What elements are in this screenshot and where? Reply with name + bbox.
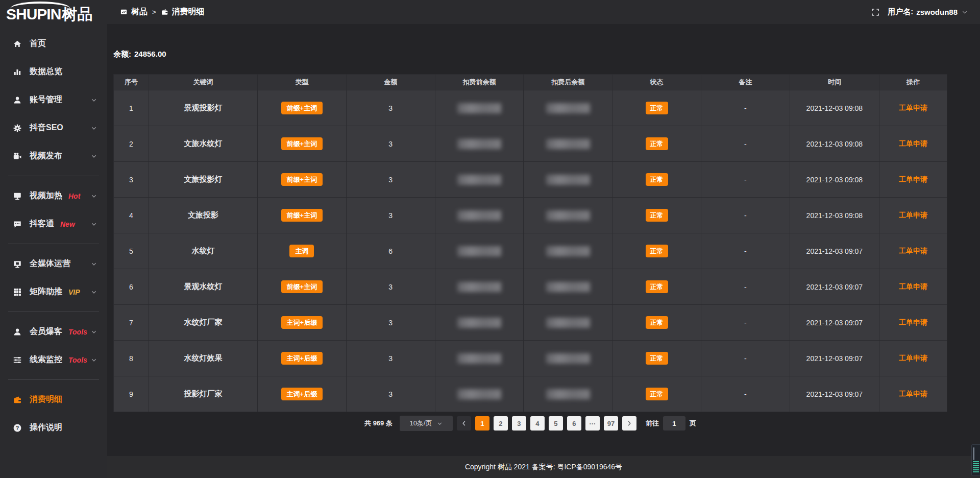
status-badge: 正常 [646, 352, 668, 365]
screen-stand-icon [12, 192, 22, 201]
logo[interactable]: SHUPIN树品 [0, 0, 107, 26]
cell-pre_balance [435, 126, 524, 162]
sidebar-item-2[interactable]: 账号管理 [0, 86, 107, 114]
pagination-page-button[interactable]: 6 [567, 416, 581, 431]
pagination-page-button[interactable]: 2 [494, 416, 508, 431]
sidebar-item-7[interactable]: 全媒体运营 [0, 250, 107, 278]
cell-amount: 3 [346, 269, 435, 305]
status-badge: 正常 [646, 209, 668, 222]
table-row: 6景观水纹灯前缀+主词3正常-2021-12-03 09:07工单申请 [114, 269, 947, 305]
cell-no: 9 [114, 376, 149, 412]
pagination-ellipsis-button[interactable]: ··· [585, 416, 600, 431]
fullscreen-icon[interactable] [871, 8, 879, 16]
chevron-down-icon [91, 125, 97, 131]
chevron-down-icon [962, 9, 968, 15]
pagination: 共 969 条 10条/页 123456···97 前往 1 页 [113, 416, 947, 431]
ticket-request-link[interactable]: 工单申请 [899, 390, 927, 398]
chevron-down-icon [91, 153, 97, 159]
sidebar-item-label: 全媒体运营 [30, 258, 70, 269]
ticket-request-link[interactable]: 工单申请 [899, 139, 927, 148]
sidebar-item-12[interactable]: ?操作说明 [0, 414, 107, 442]
sidebar-divider [8, 244, 99, 244]
cell-post_balance [524, 341, 612, 376]
home-icon [12, 39, 22, 49]
cell-remark: - [701, 376, 790, 412]
redacted-value [457, 246, 501, 256]
cell-time: 2021-12-03 09:07 [790, 341, 879, 376]
cell-keyword: 水纹灯效果 [149, 341, 257, 376]
redacted-value [546, 389, 590, 399]
page-size-select[interactable]: 10条/页 [400, 416, 453, 431]
cell-pre_balance [435, 341, 524, 376]
ticket-request-link[interactable]: 工单申请 [899, 247, 927, 255]
goto-page-input[interactable]: 1 [663, 416, 685, 431]
cell-type: 主词+后缀 [257, 376, 346, 412]
cell-time: 2021-12-03 09:07 [790, 233, 879, 269]
ticket-request-link[interactable]: 工单申请 [899, 282, 927, 291]
sidebar-item-9[interactable]: 会员爆客Tools [0, 318, 107, 346]
column-header: 类型 [257, 75, 346, 90]
table-header-row: 序号关键词类型金额扣费前余额扣费后余额状态备注时间操作 [114, 75, 947, 90]
cell-keyword: 景观投影灯 [149, 90, 257, 126]
consumption-table: 序号关键词类型金额扣费前余额扣费后余额状态备注时间操作 1景观投影灯前缀+主词3… [113, 74, 947, 412]
table-row: 7水纹灯厂家主词+后缀3正常-2021-12-03 09:07工单申请 [114, 305, 947, 341]
pagination-goto: 前往 1 页 [646, 416, 696, 431]
sidebar-item-11[interactable]: 消费明细 [0, 386, 107, 414]
ticket-request-link[interactable]: 工单申请 [899, 175, 927, 183]
keyword-text: 文旅投影灯 [184, 175, 222, 183]
ticket-request-link[interactable]: 工单申请 [899, 318, 927, 326]
breadcrumb-home[interactable]: 树品 [131, 7, 148, 17]
sidebar-item-10[interactable]: 线索监控Tools [0, 346, 107, 374]
sidebar-item-5[interactable]: 视频加热Hot [0, 182, 107, 210]
question-icon: ? [12, 423, 22, 433]
cell-amount: 3 [346, 90, 435, 126]
pagination-page-button[interactable]: 3 [512, 416, 526, 431]
sidebar-item-label: 会员爆客 [30, 326, 62, 337]
sidebar-item-6[interactable]: 抖客通New [0, 210, 107, 238]
table-row: 1景观投影灯前缀+主词3正常-2021-12-03 09:08工单申请 [114, 90, 947, 126]
ticket-request-link[interactable]: 工单申请 [899, 354, 927, 362]
bottom-right-widget[interactable] [971, 444, 980, 476]
footer-copyright: Copyright 树品 2021 备案号: 粤ICP备09019646号 [465, 463, 622, 472]
sidebar-item-1[interactable]: 数据总览 [0, 58, 107, 86]
pagination-page-button[interactable]: 5 [549, 416, 563, 431]
pagination-page-button[interactable]: 1 [475, 416, 489, 431]
sidebar-item-label: 账号管理 [30, 94, 62, 105]
sidebar-item-0[interactable]: 首页 [0, 30, 107, 58]
type-badge: 主词+后缀 [281, 352, 323, 365]
cell-keyword: 投影灯厂家 [149, 376, 257, 412]
user-menu[interactable]: 用户名: zswodun88 [888, 7, 968, 17]
footer: Copyright 树品 2021 备案号: 粤ICP备09019646号 [107, 456, 980, 478]
table-row: 8水纹灯效果主词+后缀3正常-2021-12-03 09:07工单申请 [114, 341, 947, 376]
redacted-value [457, 175, 501, 185]
pagination-prev-button[interactable] [457, 416, 471, 431]
pagination-next-button[interactable] [622, 416, 636, 431]
column-header: 扣费前余额 [435, 75, 524, 90]
cell-post_balance [524, 198, 612, 233]
main-content: 余额:24856.00 序号关键词类型金额扣费前余额扣费后余额状态备注时间操作 … [107, 24, 980, 478]
redacted-value [546, 103, 590, 113]
cell-time: 2021-12-03 09:07 [790, 376, 879, 412]
type-badge: 前缀+主词 [281, 102, 323, 114]
sidebar-item-label: 数据总览 [30, 66, 62, 77]
sidebar-item-8[interactable]: 矩阵助推VIP [0, 278, 107, 306]
cell-status: 正常 [612, 90, 701, 126]
pagination-page-button[interactable]: 4 [530, 416, 545, 431]
keyword-text: 景观水纹灯 [184, 282, 222, 291]
ticket-request-link[interactable]: 工单申请 [899, 104, 927, 112]
ticket-request-link[interactable]: 工单申请 [899, 211, 927, 219]
sidebar-item-4[interactable]: 视频发布 [0, 142, 107, 170]
sidebar-item-label: 消费明细 [30, 394, 62, 405]
pagination-page-button[interactable]: 97 [604, 416, 618, 431]
user-icon [12, 327, 22, 337]
keyword-text: 景观投影灯 [184, 103, 222, 112]
cell-post_balance [524, 162, 612, 198]
sidebar-item-3[interactable]: 抖音SEO [0, 114, 107, 142]
bar-chart-icon [12, 67, 22, 77]
cell-type: 前缀+主词 [257, 90, 346, 126]
column-header: 关键词 [149, 75, 257, 90]
cell-keyword: 文旅投影灯 [149, 162, 257, 198]
cell-post_balance [524, 376, 612, 412]
redacted-value [546, 318, 590, 328]
user-icon [12, 95, 22, 105]
